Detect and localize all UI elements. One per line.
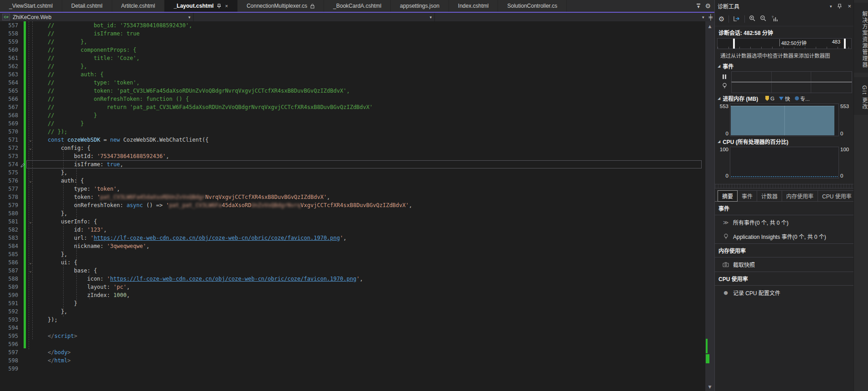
code-line[interactable]: 560// componentProps: { (0, 46, 705, 54)
code-line[interactable]: 563// auth: { (0, 70, 705, 79)
code-line[interactable]: 584 nickname: '3qweqweqwe', (0, 242, 705, 250)
code-text[interactable]: // token: 'pat_CV3LW6Fa45daXsoRDUnZvVoQB… (35, 87, 705, 95)
diag-settings-gear-icon[interactable]: ⚙ (718, 15, 724, 23)
editor-settings-gear-icon[interactable]: ⚙ (705, 2, 711, 10)
code-line[interactable]: 599 (0, 365, 705, 373)
code-text[interactable]: }); (35, 316, 705, 324)
code-line[interactable]: 591 } (0, 299, 705, 307)
code-text[interactable]: // title: 'Coze', (35, 54, 705, 62)
cpu-plot[interactable] (730, 147, 839, 178)
code-line[interactable]: 575 }, (0, 168, 705, 177)
code-text[interactable]: }, (35, 250, 705, 258)
code-editor[interactable]: 557// bot_id: '7534738041088592430',558/… (0, 21, 705, 391)
code-text[interactable]: // }, (35, 62, 705, 70)
code-line[interactable]: 594 (0, 324, 705, 332)
editor-tab[interactable]: Artitcle.cshtml (112, 0, 165, 12)
diag-tab[interactable]: 摘要 (718, 190, 738, 202)
code-text[interactable]: // componentProps: { (35, 46, 705, 54)
code-line[interactable]: 592 }, (0, 307, 705, 316)
code-line[interactable]: 596 (0, 340, 705, 348)
code-text[interactable]: // }); (35, 128, 705, 136)
solution-explorer-vertical-tab[interactable]: 解决方案资源管理器 (854, 3, 868, 73)
export-icon[interactable] (733, 15, 740, 23)
code-line[interactable]: 573 botId: '7534738641688592436', (0, 152, 705, 160)
code-line[interactable]: 587⌄ base: { (0, 267, 705, 275)
code-text[interactable]: url: 'https://lf-coze-web-cdn.coze.cn/ob… (35, 234, 705, 242)
scroll-down-icon[interactable]: ▼ (705, 385, 714, 389)
code-line[interactable]: 561// title: 'Coze', (0, 54, 705, 62)
code-text[interactable]: // return 'pat_pat_CV3LW6Fa45daXsoRDUnZv… (35, 103, 705, 111)
editor-tab[interactable]: Detail.cshtml (62, 0, 112, 12)
chevron-down-icon[interactable]: ▾ (702, 15, 704, 20)
diag-tab[interactable]: CPU 使用率 (818, 190, 856, 202)
code-text[interactable]: // } (35, 119, 705, 128)
fold-chevron-icon[interactable]: ⌄ (26, 144, 35, 152)
app-insights-link[interactable]: Application Insights 事件(0 个, 共 0 个) (715, 229, 854, 243)
code-line[interactable]: 586⌄ ui: { (0, 258, 705, 267)
take-snapshot-link[interactable]: 截取快照 (715, 257, 854, 272)
code-line[interactable]: 558// isIframe: true (0, 30, 705, 38)
code-text[interactable]: // } (35, 111, 705, 119)
counter-chart-icon[interactable]: ? (771, 15, 778, 23)
code-line[interactable]: 567// return 'pat_pat_CV3LW6Fa45daXsoRDU… (0, 103, 705, 111)
code-line[interactable]: 571⌄const cozeWebSDK = new CozeWebSDK.We… (0, 136, 705, 144)
code-line[interactable]: 562// }, (0, 62, 705, 70)
code-text[interactable]: auth: { (35, 177, 705, 185)
code-line[interactable]: 590 zIndex: 1000, (0, 291, 705, 299)
code-text[interactable]: // type: 'token', (35, 79, 705, 87)
fold-chevron-icon[interactable]: ⌄ (26, 267, 35, 275)
code-text[interactable]: onRefreshToken: async () => 'pat_pat_CV3… (35, 201, 705, 209)
code-text[interactable]: isIframe: true, (35, 160, 705, 168)
member-dropdown[interactable]: ▾ (194, 13, 435, 21)
code-line[interactable]: 565// token: 'pat_CV3LW6Fa45daXsoRDUnZvV… (0, 87, 705, 95)
code-line[interactable]: 572⌄ config: { (0, 144, 705, 152)
code-text[interactable]: </body> (35, 348, 705, 356)
code-text[interactable]: zIndex: 1000, (35, 291, 705, 299)
code-line[interactable]: 574 isIframe: true, (0, 160, 705, 168)
session-timeline[interactable]: 482:50分钟 483 (717, 38, 852, 49)
editor-tab[interactable]: ConnectionMultiplexer.cs (238, 0, 324, 12)
code-line[interactable]: 568// } (0, 111, 705, 119)
editor-tab[interactable]: _BookCardA.cshtml (324, 0, 391, 12)
code-text[interactable]: layout: 'pc', (35, 283, 705, 291)
diag-tab[interactable]: 内存使用率 (782, 190, 818, 202)
code-text[interactable]: }, (35, 209, 705, 218)
code-line[interactable]: 581⌄ userInfo: { (0, 218, 705, 226)
events-section-header[interactable]: ◢ 事件 (715, 61, 854, 71)
split-editor-handle[interactable]: ╪ (708, 14, 713, 20)
code-line[interactable]: 588 icon: 'https://lf-coze-web-cdn.coze.… (0, 275, 705, 283)
code-text[interactable]: const cozeWebSDK = new CozeWebSDK.WebCha… (35, 136, 705, 144)
code-line[interactable]: 577 type: 'token', (0, 185, 705, 193)
code-line[interactable]: 557// bot_id: '7534738041088592430', (0, 21, 705, 30)
code-text[interactable]: nickname: '3qweqweqwe', (35, 242, 705, 250)
code-line[interactable]: 566// onRefreshToken: function () { (0, 95, 705, 103)
code-text[interactable]: // }, (35, 38, 705, 46)
url-link[interactable]: https://lf-coze-web-cdn.coze.cn/obj/coze… (94, 235, 340, 241)
editor-tab[interactable]: appsettings.json (391, 0, 449, 12)
git-changes-vertical-tab[interactable]: Git 更改 (854, 77, 868, 115)
intellitrace-bulb-icon[interactable] (722, 83, 727, 90)
code-line[interactable]: 598</html> (0, 356, 705, 365)
editor-tab[interactable]: _ViewStart.cshtml (0, 0, 62, 12)
code-text[interactable]: // onRefreshToken: function () { (35, 95, 705, 103)
code-text[interactable]: }, (35, 307, 705, 316)
record-cpu-profile-link[interactable]: ● 记录 CPU 配置文件 (715, 286, 854, 300)
code-line[interactable]: 569// } (0, 119, 705, 128)
close-tab-icon[interactable]: × (225, 3, 228, 9)
memory-section-header[interactable]: ◢ 进程内存 (MB) G 快 专... (715, 93, 854, 104)
code-text[interactable]: }, (35, 168, 705, 177)
code-text[interactable]: config: { (35, 144, 705, 152)
code-text[interactable]: </script> (35, 332, 705, 340)
code-line[interactable]: 582 id: '123', (0, 226, 705, 234)
editor-tab[interactable]: Index.cshtml (449, 0, 498, 12)
scroll-up-icon[interactable]: ▲ (705, 24, 714, 29)
code-line[interactable]: 576⌄ auth: { (0, 177, 705, 185)
code-text[interactable]: ui: { (35, 258, 705, 267)
code-text[interactable]: // auth: { (35, 70, 705, 79)
pin-icon[interactable] (837, 4, 842, 9)
memory-plot[interactable] (730, 104, 839, 136)
code-text[interactable]: id: '123', (35, 226, 705, 234)
code-line[interactable]: 578 token: 'pat_CV3LW6Fa45daXsoRDUnZvVoQ… (0, 193, 705, 201)
code-text[interactable]: type: 'token', (35, 185, 705, 193)
code-text[interactable]: icon: 'https://lf-coze-web-cdn.coze.cn/o… (35, 275, 705, 283)
